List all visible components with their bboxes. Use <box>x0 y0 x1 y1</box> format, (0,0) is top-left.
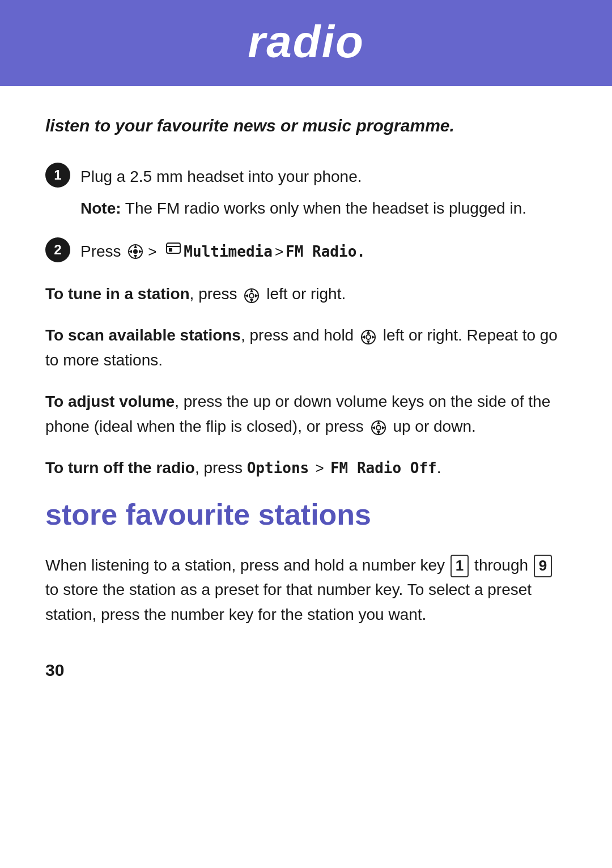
scan-paragraph: To scan available stations, press and ho… <box>45 323 567 372</box>
scan-rest1: , press and hold <box>241 326 358 344</box>
svg-point-16 <box>366 335 371 339</box>
tune-rest: , press <box>190 285 242 303</box>
multimedia-icon <box>165 240 181 263</box>
tune-paragraph: To tune in a station, press left or righ… <box>45 282 567 306</box>
step-2-press: Press <box>80 240 121 263</box>
adjust-rest2: up or down. <box>389 418 476 435</box>
turnoff-paragraph: To turn off the radio, press Options > F… <box>45 456 567 480</box>
key-box-1: 1 <box>450 555 469 577</box>
svg-point-22 <box>376 426 381 430</box>
svg-rect-6 <box>167 243 180 253</box>
page-number: 30 <box>45 661 567 680</box>
key-box-9: 9 <box>534 555 552 577</box>
svg-point-10 <box>249 293 254 298</box>
options-label: Options <box>247 459 309 476</box>
step-number-2: 2 <box>45 237 70 262</box>
subtitle: listen to your favourite news or music p… <box>45 114 567 137</box>
note-text: The FM radio works only when the headset… <box>121 199 526 217</box>
step-2-text: Press > M <box>80 236 366 263</box>
turnoff-gt: > <box>311 459 328 476</box>
fm-radio-off-label: FM Radio Off <box>330 459 437 476</box>
nav-key-adjust <box>370 419 387 436</box>
note-block: Note: The FM radio works only when the h… <box>80 197 567 220</box>
store-text-after: to store the station as a preset for tha… <box>45 581 532 623</box>
content-area: listen to your favourite news or music p… <box>0 86 612 714</box>
page-title: radio <box>23 16 589 68</box>
header-banner: radio <box>0 0 612 86</box>
section-heading: store favourite stations <box>45 497 567 532</box>
adjust-bold: To adjust volume <box>45 393 175 410</box>
step-2-gt2: > <box>275 241 283 263</box>
step-2: 2 Press > <box>45 236 567 263</box>
nav-key-icon <box>127 243 144 260</box>
step-1-text: Plug a 2.5 mm headset into your phone. <box>80 161 362 189</box>
step-number-1: 1 <box>45 163 70 188</box>
note-label: Note: <box>80 199 121 217</box>
step-2-gt1: > <box>148 241 156 263</box>
turnoff-rest1: , press <box>195 459 247 476</box>
scan-bold: To scan available stations <box>45 326 241 344</box>
adjust-paragraph: To adjust volume, press the up or down v… <box>45 389 567 439</box>
through-text: through <box>474 556 533 574</box>
svg-point-1 <box>133 249 138 254</box>
tune-rest2: left or right. <box>262 285 346 303</box>
fm-radio-label: FM Radio <box>286 241 356 263</box>
nav-key-scan <box>360 328 377 345</box>
tune-bold: To tune in a station <box>45 285 190 303</box>
turnoff-bold: To turn off the radio <box>45 459 195 476</box>
store-text-before: When listening to a station, press and h… <box>45 556 449 574</box>
store-paragraph: When listening to a station, press and h… <box>45 553 567 627</box>
multimedia-label: Multimedia <box>184 241 273 263</box>
svg-rect-8 <box>169 248 172 252</box>
step-1: 1 Plug a 2.5 mm headset into your phone. <box>45 161 567 189</box>
nav-key-tune <box>243 287 260 304</box>
